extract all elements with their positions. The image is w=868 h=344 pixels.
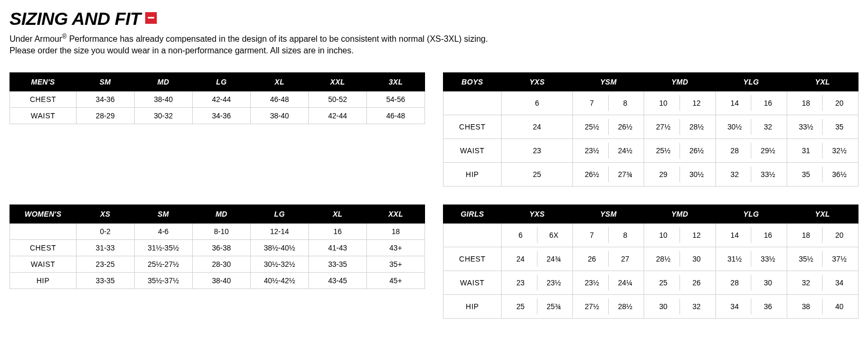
size-cell: 3233½ <box>715 162 787 186</box>
table-title: MEN'S <box>10 72 77 91</box>
size-cell: 1416 <box>715 223 787 247</box>
minus-icon <box>148 17 154 18</box>
size-cell: 2930½ <box>644 162 715 186</box>
size-header: YMD <box>644 204 715 223</box>
row-label: HIP <box>444 294 502 318</box>
size-cell: 3234 <box>787 271 858 294</box>
size-cell: 26½27¾ <box>573 162 644 186</box>
size-cell: 35½-37½ <box>134 272 192 289</box>
row-label: WAIST <box>10 256 77 272</box>
size-header: LG <box>250 204 308 223</box>
size-cell: 35+ <box>366 256 424 272</box>
table-row: HIP2526½27¾2930½3233½3536½ <box>444 162 858 186</box>
size-cell: 4-6 <box>134 223 192 239</box>
size-cell: 25½26½ <box>573 115 644 138</box>
size-header: YLG <box>715 72 787 91</box>
table-row: CHEST2424¾262728½3031½33½35½37½ <box>444 247 858 271</box>
row-label: HIP <box>10 272 77 289</box>
size-cell: 1820 <box>787 223 858 247</box>
size-cell: 38½-40½ <box>250 239 308 256</box>
size-header: XXL <box>308 72 366 91</box>
size-header: LG <box>192 72 250 91</box>
mens-table: MEN'SSMMDLGXLXXL3XLCHEST34-3638-4042-444… <box>10 72 425 124</box>
size-cell: 2829½ <box>715 138 787 162</box>
size-cell: 31½33½ <box>715 247 787 271</box>
size-header: SM <box>134 204 192 223</box>
size-cell: 30½-32½ <box>250 256 308 272</box>
table-row: HIP33-3535½-37½38-4040½-42½43-4545+ <box>10 272 425 289</box>
size-cell: 8-10 <box>192 223 250 239</box>
size-header: YMD <box>644 72 715 91</box>
size-cell: 23½24½ <box>573 138 644 162</box>
size-cell: 30-32 <box>134 107 192 124</box>
size-cell: 43-45 <box>308 272 366 289</box>
womens-table: WOMEN'SXSSMMDLGXLXXL0-24-68-1012-141618C… <box>10 204 425 289</box>
size-cell: 38-40 <box>250 107 308 124</box>
size-cell: 42-44 <box>192 91 250 107</box>
size-cell: 34-36 <box>192 107 250 124</box>
size-cell: 2525¾ <box>502 294 573 318</box>
size-cell: 23½24¼ <box>573 271 644 294</box>
row-label: CHEST <box>444 115 502 138</box>
table-row: CHEST31-3331½-35½36-3838½-40½41-4343+ <box>10 239 425 256</box>
size-cell: 25½-27½ <box>134 256 192 272</box>
size-cell: 12-14 <box>250 223 308 239</box>
page-title: SIZING AND FIT <box>10 8 141 29</box>
row-label <box>10 223 77 239</box>
row-label: WAIST <box>10 107 77 124</box>
size-cell: 25 <box>502 162 573 186</box>
size-header: XS <box>76 204 134 223</box>
row-label: CHEST <box>444 247 502 271</box>
size-cell: 33-35 <box>308 256 366 272</box>
size-header: MD <box>192 204 250 223</box>
size-cell: 3436 <box>715 294 787 318</box>
size-header: SM <box>76 72 134 91</box>
row-label: WAIST <box>444 271 502 294</box>
size-cell: 36-38 <box>192 239 250 256</box>
size-cell: 27½28½ <box>644 115 715 138</box>
size-header: YXL <box>787 72 858 91</box>
size-cell: 18 <box>366 223 424 239</box>
size-cell: 28½30 <box>644 247 715 271</box>
size-cell: 16 <box>308 223 366 239</box>
size-cell: 3840 <box>787 294 858 318</box>
size-cell: 40½-42½ <box>250 272 308 289</box>
size-cell: 33-35 <box>76 272 134 289</box>
size-cell: 45+ <box>366 272 424 289</box>
table-row: WAIST28-2930-3234-3638-4042-4446-48 <box>10 107 425 124</box>
table-title: GIRLS <box>444 204 502 223</box>
size-cell: 2627 <box>573 247 644 271</box>
size-cell: 6 <box>502 91 573 115</box>
size-header: YXL <box>787 204 858 223</box>
size-cell: 42-44 <box>308 107 366 124</box>
size-cell: 1820 <box>787 91 858 115</box>
size-cell: 78 <box>573 91 644 115</box>
size-cell: 3032 <box>644 294 715 318</box>
size-header: YLG <box>715 204 787 223</box>
size-cell: 23-25 <box>76 256 134 272</box>
womens-chart: WOMEN'SXSSMMDLGXLXXL0-24-68-1012-141618C… <box>10 204 425 289</box>
size-header: XL <box>250 72 308 91</box>
size-cell: 46-48 <box>250 91 308 107</box>
size-cell: 1012 <box>644 91 715 115</box>
size-cell: 25½26½ <box>644 138 715 162</box>
table-row: 0-24-68-1012-141618 <box>10 223 425 239</box>
size-header: YSM <box>573 72 644 91</box>
size-header: YXS <box>502 204 573 223</box>
size-cell: 50-52 <box>308 91 366 107</box>
collapse-button[interactable] <box>145 12 157 24</box>
size-cell: 3536½ <box>787 162 858 186</box>
size-cell: 0-2 <box>76 223 134 239</box>
size-cell: 78 <box>573 223 644 247</box>
table-row: WAIST2323½23½24¼252628303234 <box>444 271 858 294</box>
size-cell: 2526 <box>644 271 715 294</box>
row-label: CHEST <box>10 239 77 256</box>
size-cell: 38-40 <box>134 91 192 107</box>
table-row: 66X78101214161820 <box>444 223 858 247</box>
size-cell: 2323½ <box>502 271 573 294</box>
boys-table: BOYSYXSYSMYMDYLGYXL678101214161820CHEST2… <box>443 72 858 187</box>
girls-table: GIRLSYXSYSMYMDYLGYXL66X78101214161820CHE… <box>443 204 858 319</box>
intro-text: Under Armour® Performance has already co… <box>10 32 858 57</box>
size-cell: 2830 <box>715 271 787 294</box>
size-cell: 34-36 <box>76 91 134 107</box>
